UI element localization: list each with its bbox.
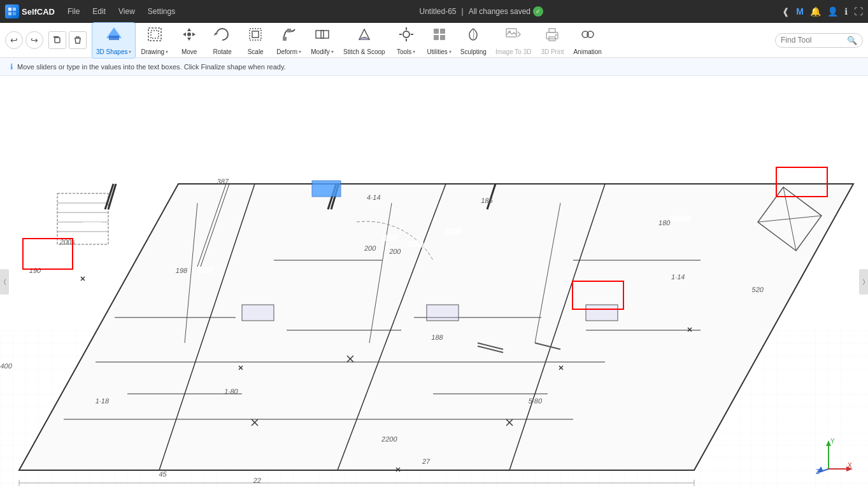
svg-rect-1 (13, 8, 16, 11)
check-icon: ✓ (533, 6, 543, 17)
animation-label: Animation (573, 48, 601, 55)
svg-text:45: 45 (159, 470, 167, 478)
svg-rect-10 (250, 29, 261, 40)
toolbar-modify[interactable]: Modify ▾ (306, 23, 338, 58)
utilities-label: Utilities (427, 48, 448, 55)
svg-rect-22 (440, 29, 445, 34)
undo-button[interactable]: ↩ (5, 31, 23, 49)
info-icon[interactable]: ℹ (844, 6, 848, 17)
3d-shapes-label: 3D Shapes (96, 48, 127, 55)
left-collapse-arrow[interactable]: 〈 (0, 269, 9, 295)
3d-shapes-dropdown-arrow: ▾ (129, 49, 131, 55)
drawing-label: Drawing (141, 48, 164, 55)
svg-rect-25 (506, 29, 516, 37)
svg-rect-2 (8, 12, 11, 15)
svg-rect-28 (549, 29, 555, 32)
scale-label: Scale (248, 48, 264, 55)
share-icon[interactable]: ❰ (782, 6, 790, 17)
svg-text:185: 185 (480, 197, 493, 204)
toolbar-animation[interactable]: Animation (569, 23, 605, 58)
toolbar-stitch-scoop[interactable]: Stitch & Scoop (339, 23, 389, 58)
svg-rect-7 (148, 28, 161, 41)
app-logo: SelfCAD (5, 4, 55, 18)
svg-rect-0 (8, 8, 11, 11)
svg-text:Y: Y (830, 438, 835, 445)
svg-text:520: 520 (751, 286, 764, 293)
animation-icon (579, 25, 597, 47)
toolbar-utilities[interactable]: Utilities ▾ (423, 23, 455, 58)
m-icon[interactable]: M (796, 6, 804, 17)
settings-menu[interactable]: Settings (143, 4, 180, 18)
right-collapse-arrow[interactable]: 〉 (859, 269, 868, 295)
drawing-dropdown-arrow: ▾ (166, 49, 168, 55)
view-menu[interactable]: View (113, 4, 140, 18)
svg-rect-23 (434, 35, 439, 40)
stitch-scoop-icon (355, 25, 373, 47)
utilities-icon (430, 25, 448, 47)
sculpting-label: Sculpting (460, 48, 487, 55)
svg-rect-51 (242, 305, 274, 321)
search-icon: 🔍 (847, 36, 857, 45)
scale-icon (246, 25, 264, 47)
title-separator: | (462, 7, 464, 16)
svg-rect-12 (283, 37, 287, 41)
rotate-icon (213, 25, 231, 47)
3d-print-icon (543, 25, 561, 47)
svg-text:2200: 2200 (381, 435, 398, 443)
toolbar-tools[interactable]: Tools ▾ (390, 23, 422, 58)
svg-text:1·14: 1·14 (671, 273, 685, 281)
redo-button[interactable]: ↪ (25, 31, 43, 49)
notification-icon[interactable]: 🔔 (810, 6, 821, 17)
info-bar-message: Move sliders or type in the values into … (17, 63, 286, 71)
info-bar: ℹ Move sliders or type in the values int… (0, 58, 868, 76)
tools-dropdown-arrow: ▾ (413, 49, 415, 55)
tools-label: Tools (397, 48, 411, 55)
user-icon[interactable]: 👤 (827, 6, 838, 17)
rotate-label: Rotate (213, 48, 231, 55)
floor-plan-svg: 1400 198 1·80 200 200 188 2200 5·80 180 … (0, 76, 868, 488)
toolbar-sculpting[interactable]: Sculpting (457, 23, 490, 58)
right-icons: ❰ M 🔔 👤 ℹ ⛶ (782, 6, 863, 17)
copy-button[interactable] (48, 31, 66, 49)
find-tool-input[interactable] (781, 36, 844, 45)
toolbar-3d-shapes[interactable]: 3D Shapes ▾ (92, 22, 136, 59)
3d-print-label: 3D Print (541, 48, 564, 55)
svg-rect-79 (312, 181, 341, 197)
svg-text:188: 188 (430, 333, 443, 341)
toolbar-image-to-3d[interactable]: Image To 3D (492, 23, 536, 58)
modify-label: Modify (311, 48, 329, 55)
document-title: Untitled-65 (419, 7, 456, 16)
toolbar-deform[interactable]: Deform ▾ (273, 23, 305, 58)
image-to-3d-icon (504, 25, 522, 47)
toolbar-rotate[interactable]: Rotate (206, 23, 238, 58)
svg-text:1400: 1400 (0, 362, 13, 370)
svg-rect-82 (197, 267, 213, 273)
edit-menu[interactable]: Edit (87, 4, 111, 18)
svg-rect-13 (287, 29, 291, 32)
toolbar-3d-print[interactable]: 3D Print (536, 23, 568, 58)
3d-shapes-icon (105, 25, 123, 47)
svg-rect-4 (55, 38, 60, 43)
toolbar-move[interactable]: Move (173, 23, 205, 58)
svg-rect-83 (382, 235, 398, 241)
svg-rect-54 (57, 193, 108, 244)
svg-rect-53 (586, 305, 618, 321)
canvas-area[interactable]: 〈 〉 (0, 76, 868, 488)
svg-rect-24 (440, 35, 445, 40)
app-name: SelfCAD (22, 7, 55, 17)
toolbar-drawing[interactable]: Drawing ▾ (137, 23, 172, 58)
svg-text:1·18: 1·18 (95, 397, 110, 405)
find-tool-search[interactable]: 🔍 (775, 33, 863, 48)
saved-text: All changes saved (469, 7, 530, 16)
trash-button[interactable] (69, 31, 87, 49)
toolbar: 3D Shapes ▾ Drawing ▾ (92, 23, 863, 57)
modify-icon (313, 25, 331, 47)
svg-point-30 (555, 34, 557, 36)
svg-rect-3 (13, 12, 16, 15)
fullscreen-icon[interactable]: ⛶ (854, 6, 863, 17)
file-menu[interactable]: File (62, 4, 85, 18)
tools-icon (397, 25, 415, 47)
svg-rect-6 (109, 36, 119, 40)
svg-rect-86 (669, 216, 691, 222)
toolbar-scale[interactable]: Scale (239, 23, 271, 58)
